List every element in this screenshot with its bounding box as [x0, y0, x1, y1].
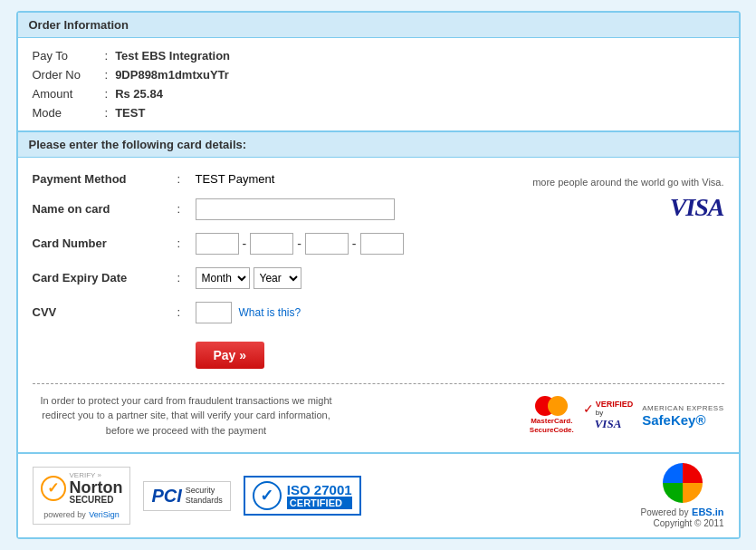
mastercard-badge: MasterCard. SecureCode. — [530, 396, 574, 434]
cvv-input[interactable] — [196, 302, 232, 323]
bottom-strip: ✓ VERIFY » Norton SECURED powered by Ver… — [18, 452, 739, 537]
ebs-copyright-text: Copyright © 2011 — [654, 518, 724, 528]
pci-logo-text: PCI — [151, 486, 181, 507]
ebs-logo-area: Powered by EBS.in Copyright © 2011 — [641, 463, 724, 528]
card-seg-2[interactable] — [250, 233, 293, 255]
card-form-fields: Payment Method : TEST Payment Name on ca… — [33, 172, 524, 336]
card-seg-4[interactable] — [360, 233, 404, 255]
security-badges: ✓ VERIFY » Norton SECURED powered by Ver… — [33, 467, 361, 525]
name-input[interactable] — [196, 198, 395, 220]
security-logos: MasterCard. SecureCode. ✓ VERIFIED by VI… — [530, 396, 724, 434]
expiry-group: Month010203040506070809101112 Year201120… — [196, 267, 524, 289]
iso-check-icon: ✓ — [253, 481, 282, 510]
card-details-header: Please enter the following card details: — [18, 130, 739, 158]
card-number-label: Card Number — [33, 236, 177, 250]
label-amount: Amount — [33, 87, 105, 101]
order-row-orderno: Order No : 9DP898m1dmtxuYTr — [33, 68, 724, 82]
card-seg-3[interactable] — [305, 233, 349, 255]
form-row-card-number: Card Number : - - - — [33, 233, 524, 255]
cvv-label: CVV — [33, 305, 177, 319]
pay-button[interactable]: Pay » — [196, 342, 265, 369]
label-payto: Pay To — [33, 49, 105, 63]
year-select[interactable]: Year201120122013201420152016201720182019… — [254, 267, 301, 289]
norton-verisign-text: VeriSign — [89, 510, 120, 519]
cvv-group: What is this? — [196, 302, 524, 323]
label-mode: Mode — [33, 106, 105, 120]
iso-number-text: ISO 27001 — [287, 483, 352, 497]
value-payto: Test EBS Integration — [115, 49, 230, 63]
name-control-area — [196, 198, 524, 220]
order-row-payto: Pay To : Test EBS Integration — [33, 49, 724, 63]
mc-circles — [535, 396, 568, 416]
pci-badge: PCI Security Standards — [143, 481, 230, 511]
card-seg-1[interactable] — [196, 233, 239, 255]
card-details-title: Please enter the following card details: — [29, 138, 247, 151]
value-mode: TEST — [115, 106, 145, 120]
card-form-area: Payment Method : TEST Payment Name on ca… — [33, 172, 724, 336]
payment-method-value: TEST Payment — [196, 172, 524, 186]
value-amount: Rs 25.84 — [115, 87, 163, 101]
vbv-by-text: by — [596, 409, 634, 417]
form-row-expiry: Card Expiry Date : Month0102030405060708… — [33, 267, 524, 289]
name-label: Name on card — [33, 202, 177, 216]
mc-line2: SecureCode. — [530, 426, 574, 434]
month-select[interactable]: Month010203040506070809101112 — [196, 267, 250, 289]
security-banner: In order to protect your card from fraud… — [33, 383, 724, 439]
ebs-powered-text: Powered by — [641, 507, 689, 517]
card-number-group: - - - — [196, 233, 524, 255]
form-row-name: Name on card : — [33, 198, 524, 220]
mc-text: MasterCard. SecureCode. — [530, 417, 574, 434]
security-text: In order to protect your card from fraud… — [33, 393, 340, 439]
vbv-checkmark-icon: ✓ — [583, 401, 594, 416]
card-expiry-label: Card Expiry Date — [33, 271, 177, 285]
amex-safekey-text: SafeKey® — [642, 412, 723, 428]
vbv-visa-text: VISA — [595, 417, 622, 431]
norton-badge: ✓ VERIFY » Norton SECURED powered by Ver… — [33, 467, 131, 525]
visa-logo-area: more people around the world go with Vis… — [523, 172, 723, 222]
what-is-this-link[interactable]: What is this? — [239, 306, 301, 319]
value-orderno: 9DP898m1dmtxuYTr — [115, 68, 229, 82]
pay-button-row: Pay » — [33, 342, 724, 369]
ebs-link-text: EBS.in — [692, 507, 723, 517]
visa-tagline: more people around the world go with Vis… — [532, 176, 723, 189]
payment-method-label: Payment Method — [33, 172, 177, 186]
mc-yellow-circle — [548, 396, 568, 416]
iso-badge: ✓ ISO 27001 CERTIFIED — [244, 476, 361, 516]
vbv-badge: ✓ VERIFIED by VISA — [583, 400, 634, 431]
vbv-verified-text: VERIFIED — [596, 400, 634, 409]
norton-powered-text: powered by — [43, 510, 86, 519]
label-orderno: Order No — [33, 68, 105, 82]
order-info-title: Order Information — [29, 18, 129, 32]
mc-line1: MasterCard. — [531, 417, 572, 425]
visa-logo: VISA — [670, 193, 724, 222]
norton-check-icon: ✓ — [41, 476, 66, 501]
norton-secured-text: SECURED — [70, 496, 123, 505]
iso-certified-text: CERTIFIED — [287, 497, 352, 509]
order-info-header: Order Information — [18, 13, 739, 38]
card-details-body: Payment Method : TEST Payment Name on ca… — [18, 158, 739, 453]
norton-name: Norton — [70, 479, 123, 496]
amex-top-text: AMERICAN EXPRESS — [642, 404, 723, 412]
order-row-amount: Amount : Rs 25.84 — [33, 87, 724, 101]
ebs-circle-icon — [663, 463, 703, 503]
pci-standards-text: Standards — [186, 496, 223, 507]
order-info-body: Pay To : Test EBS Integration Order No :… — [18, 38, 739, 130]
order-row-mode: Mode : TEST — [33, 106, 724, 120]
pci-security-text: Security — [186, 486, 223, 497]
form-row-payment-method: Payment Method : TEST Payment — [33, 172, 524, 186]
page-wrapper: Order Information Pay To : Test EBS Inte… — [16, 11, 741, 540]
form-row-cvv: CVV : What is this? — [33, 302, 524, 323]
amex-badge: AMERICAN EXPRESS SafeKey® — [642, 404, 723, 428]
